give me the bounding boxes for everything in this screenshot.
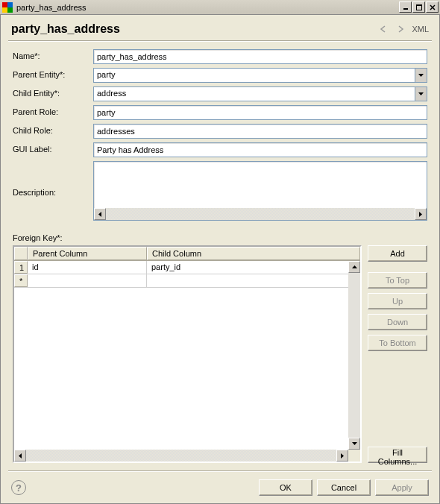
svg-rect-3 [7, 7, 13, 13]
child-cell[interactable]: party_id [147, 261, 360, 274]
parent-entity-value: party [94, 69, 415, 82]
row-number: * [14, 274, 28, 287]
fk-button-column: Add To Top Up Down To Bottom Fill Column… [368, 245, 427, 463]
to-top-button[interactable]: To Top [368, 272, 427, 289]
parent-cell[interactable] [28, 274, 147, 287]
scroll-right-icon[interactable] [336, 450, 348, 462]
scroll-left-icon[interactable] [94, 208, 106, 220]
header: party_has_address XML [1, 15, 439, 40]
child-column-header[interactable]: Child Column [147, 247, 360, 260]
description-label: Description: [13, 186, 93, 197]
description-hscroll[interactable] [94, 208, 427, 220]
foreign-key-grid[interactable]: Parent Column Child Column 1 id party_id… [13, 245, 362, 463]
grid-vscroll[interactable] [348, 261, 360, 450]
nav-back-icon[interactable] [377, 22, 391, 36]
child-entity-value: address [94, 87, 415, 101]
svg-rect-0 [2, 2, 7, 7]
fill-columns-button[interactable]: Fill Columns... [368, 447, 427, 463]
parent-entity-select[interactable]: party [93, 68, 427, 83]
scroll-down-icon[interactable] [348, 438, 360, 450]
scroll-track[interactable] [348, 273, 360, 438]
xml-toggle[interactable]: XML [412, 25, 429, 34]
dropdown-icon [415, 69, 427, 82]
page-title: party_has_address [11, 22, 374, 36]
scroll-up-icon[interactable] [348, 261, 360, 273]
cancel-button[interactable]: Cancel [317, 479, 371, 496]
parent-cell[interactable]: id [28, 261, 147, 274]
minimize-button[interactable] [399, 1, 412, 13]
help-icon[interactable]: ? [11, 480, 26, 495]
form: Name*: Parent Entity*: party Child Entit… [1, 42, 439, 229]
child-cell[interactable] [147, 274, 360, 287]
description-textarea[interactable] [93, 161, 427, 221]
foreign-key-area: Parent Column Child Column 1 id party_id… [1, 245, 439, 470]
grid-header: Parent Column Child Column [14, 247, 360, 261]
child-role-input[interactable] [93, 124, 427, 139]
svg-rect-1 [7, 2, 13, 7]
parent-entity-label: Parent Entity*: [13, 68, 93, 79]
add-button[interactable]: Add [368, 245, 427, 262]
apply-button[interactable]: Apply [375, 479, 429, 496]
foreign-key-label: Foreign Key*: [1, 229, 439, 245]
parent-role-label: Parent Role: [13, 105, 93, 116]
up-button[interactable]: Up [368, 293, 427, 309]
name-label: Name*: [13, 49, 93, 60]
scroll-right-icon[interactable] [415, 208, 427, 220]
scroll-corner [348, 450, 360, 462]
window-title: party_has_address [16, 3, 398, 12]
svg-rect-2 [2, 7, 7, 13]
maximize-button[interactable] [412, 1, 425, 13]
grid-body: 1 id party_id * [14, 261, 360, 462]
parent-column-header[interactable]: Parent Column [28, 247, 147, 260]
child-role-label: Child Role: [13, 124, 93, 135]
nav-forward-icon[interactable] [394, 22, 407, 36]
close-button[interactable] [426, 1, 439, 13]
scroll-left-icon[interactable] [14, 450, 26, 462]
footer: ? OK Cancel Apply [1, 472, 439, 503]
table-row[interactable]: 1 id party_id [14, 261, 360, 274]
name-input[interactable] [93, 49, 427, 64]
app-icon [1, 1, 13, 13]
dropdown-icon [415, 87, 427, 101]
gui-label-input[interactable] [93, 142, 427, 157]
scroll-track[interactable] [106, 208, 415, 220]
grid-corner [14, 247, 28, 260]
titlebar: party_has_address [0, 0, 440, 15]
gui-label-label: GUI Label: [13, 142, 93, 154]
ok-button[interactable]: OK [259, 479, 312, 496]
table-row[interactable]: * [14, 274, 360, 288]
to-bottom-button[interactable]: To Bottom [368, 335, 427, 351]
child-entity-label: Child Entity*: [13, 86, 93, 98]
down-button[interactable]: Down [368, 314, 427, 330]
grid-hscroll[interactable] [14, 450, 348, 462]
row-number: 1 [14, 261, 28, 274]
child-entity-select[interactable]: address [93, 86, 427, 101]
scroll-track[interactable] [26, 450, 336, 462]
parent-role-input[interactable] [93, 105, 427, 120]
